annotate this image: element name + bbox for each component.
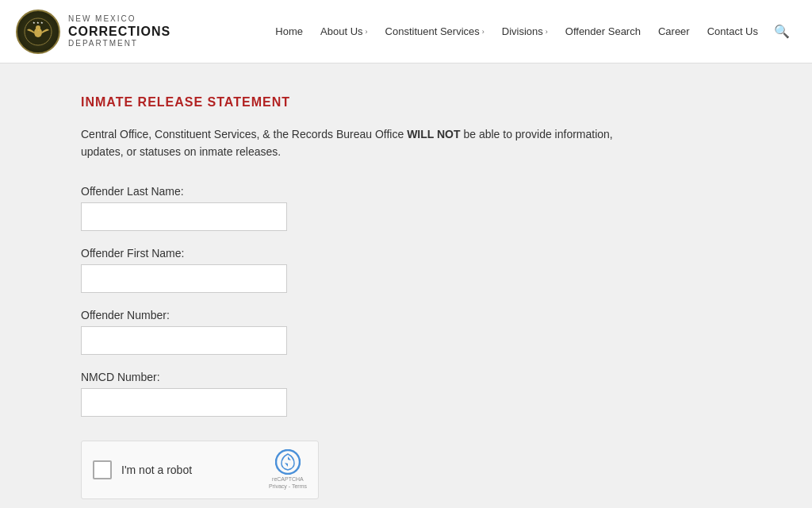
- bold-will-not: WILL NOT: [407, 128, 460, 140]
- offender-first-name-label: Offender First Name:: [81, 247, 731, 260]
- statement-text: Central Office, Constituent Services, & …: [81, 125, 636, 161]
- offender-last-name-label: Offender Last Name:: [81, 185, 731, 198]
- recaptcha-icon: [275, 449, 301, 475]
- recaptcha-widget: I'm not a robot reCAPTCHAPrivacy - Terms: [81, 441, 319, 499]
- nav-item-offender-search[interactable]: Offender Search: [557, 19, 649, 44]
- nav-item-about[interactable]: About Us ›: [312, 19, 375, 44]
- page-title: INMATE RELEASE STATEMENT: [81, 95, 731, 110]
- logo-seal: ★ ★ ★: [16, 10, 60, 54]
- nav-item-career[interactable]: Career: [650, 19, 698, 44]
- search-button[interactable]: 🔍: [768, 19, 796, 44]
- main-content: INMATE RELEASE STATEMENT Central Office,…: [49, 64, 763, 508]
- offender-last-name-input[interactable]: [81, 202, 287, 231]
- site-header: ★ ★ ★ NEW MEXICO CORRECTIONS DEPARTMENT …: [0, 0, 812, 64]
- offender-number-group: Offender Number:: [81, 309, 731, 355]
- chevron-down-icon: ›: [546, 28, 548, 36]
- logo-text: NEW MEXICO CORRECTIONS DEPARTMENT: [68, 14, 170, 48]
- main-nav: Home About Us › Constituent Services › D…: [267, 19, 796, 44]
- seal-icon: ★ ★ ★: [24, 17, 52, 46]
- logo[interactable]: ★ ★ ★ NEW MEXICO CORRECTIONS DEPARTMENT: [16, 10, 170, 54]
- nav-item-contact[interactable]: Contact Us: [699, 19, 766, 44]
- recaptcha-checkbox[interactable]: [93, 460, 112, 479]
- recaptcha-label: I'm not a robot: [121, 464, 259, 476]
- chevron-down-icon: ›: [366, 28, 368, 36]
- offender-number-label: Offender Number:: [81, 309, 731, 321]
- offender-last-name-group: Offender Last Name:: [81, 185, 731, 231]
- offender-first-name-group: Offender First Name:: [81, 247, 731, 293]
- nav-item-home[interactable]: Home: [267, 19, 311, 44]
- svg-text:★ ★ ★: ★ ★ ★: [33, 21, 44, 25]
- offender-first-name-input[interactable]: [81, 264, 287, 293]
- nav-item-constituent[interactable]: Constituent Services ›: [377, 19, 492, 44]
- offender-number-input[interactable]: [81, 326, 287, 355]
- nav-item-divisions[interactable]: Divisions ›: [494, 19, 556, 44]
- recaptcha-brand-text: reCAPTCHAPrivacy - Terms: [269, 476, 307, 490]
- chevron-down-icon: ›: [482, 28, 485, 36]
- recaptcha-logo: reCAPTCHAPrivacy - Terms: [269, 449, 307, 490]
- nmcd-number-label: NMCD Number:: [81, 371, 731, 383]
- nmcd-number-group: NMCD Number:: [81, 371, 731, 417]
- nmcd-number-input[interactable]: [81, 388, 287, 417]
